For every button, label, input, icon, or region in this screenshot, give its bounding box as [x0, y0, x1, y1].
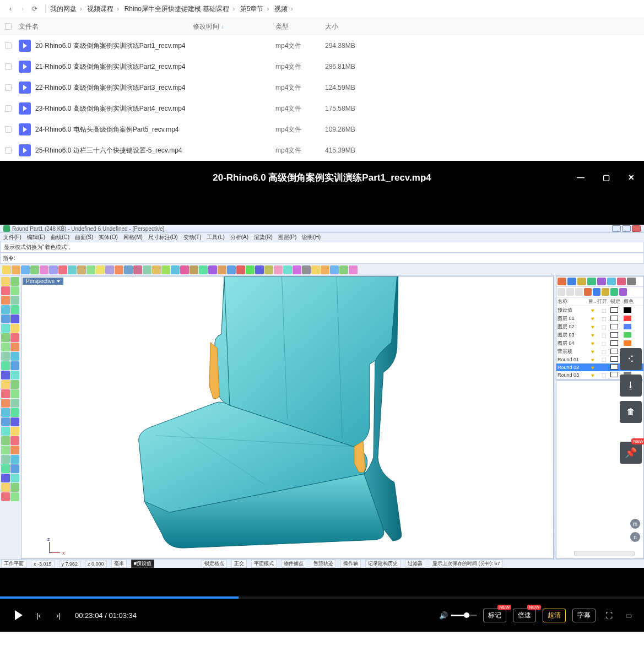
panel-tab-icon[interactable]	[607, 278, 616, 285]
layer-row[interactable]: 图层 01♥⬚	[556, 314, 643, 323]
bulb-icon[interactable]: ♥	[588, 316, 597, 322]
panel-tab-icon[interactable]	[627, 278, 636, 285]
tool-icon[interactable]	[1, 352, 10, 361]
panel-action-icon[interactable]	[602, 288, 609, 296]
quality-button[interactable]: 超清	[543, 609, 566, 622]
toolbar-icon[interactable]	[30, 265, 39, 274]
tool-icon[interactable]	[1, 483, 10, 492]
panel-action-icon[interactable]	[584, 288, 592, 296]
toolbar-icon[interactable]	[86, 265, 95, 274]
fullscreen-button[interactable]: ⛶	[602, 609, 615, 622]
prev-button[interactable]: |‹	[29, 611, 48, 620]
toolbar-icon[interactable]	[227, 265, 236, 274]
lock-icon[interactable]: ⬚	[597, 357, 610, 362]
toolbar-icon[interactable]	[321, 265, 329, 274]
menu-item[interactable]: 变动(T)	[183, 234, 202, 241]
tool-icon[interactable]	[10, 371, 19, 379]
rhino-viewport[interactable]: Perspective	[21, 276, 554, 559]
toolbar-icon[interactable]	[330, 265, 339, 274]
tool-icon[interactable]	[10, 446, 19, 454]
status-toggle[interactable]: 智慧轨迹	[311, 560, 336, 568]
menu-item[interactable]: 分析(A)	[230, 234, 248, 241]
rhino-min-button[interactable]	[612, 225, 621, 232]
bulb-icon[interactable]: ♥	[588, 340, 597, 346]
toolbar-icon[interactable]	[302, 265, 311, 274]
table-row[interactable]: 23-Rhino6.0 高级倒角案例实训演练Part4_recv.mp4mp4文…	[0, 98, 644, 119]
menu-item[interactable]: 尺寸标注(D)	[148, 234, 178, 241]
tool-icon[interactable]	[10, 333, 19, 342]
status-toggle[interactable]: 过滤器	[405, 560, 425, 568]
tool-icon[interactable]	[1, 296, 10, 305]
toolbar-icon[interactable]	[236, 265, 245, 274]
pin-button[interactable]: 📌NEW	[620, 442, 642, 464]
toolbar-icon[interactable]	[115, 265, 123, 274]
status-toggle[interactable]: 显示上次保存的时间 (分钟): 67	[430, 560, 503, 568]
toolbar-icon[interactable]	[49, 265, 58, 274]
layer-row[interactable]: 图层 03♥⬚	[556, 331, 643, 339]
toolbar-icon[interactable]	[311, 265, 320, 274]
tool-icon[interactable]	[10, 399, 19, 408]
menu-item[interactable]: 编辑(E)	[27, 234, 45, 241]
menu-item[interactable]: 曲面(S)	[75, 234, 93, 241]
toolbar-icon[interactable]	[190, 265, 198, 274]
lock-icon[interactable]: ⬚	[597, 365, 610, 370]
menu-item[interactable]: 实体(O)	[99, 234, 117, 241]
progress-bar[interactable]	[0, 596, 644, 599]
panel-tab-icon[interactable]	[577, 278, 586, 285]
toolbar-icon[interactable]	[143, 265, 151, 274]
lock-icon[interactable]: ⬚	[597, 333, 610, 338]
col-type[interactable]: 类型	[275, 22, 325, 31]
maximize-button[interactable]: ▢	[593, 161, 619, 194]
table-row[interactable]: 25-Rhino6.0 边栏三十六个快捷键设置-5_recv.mp4mp4文件4…	[0, 140, 644, 161]
speed-button[interactable]: 倍速NEW	[513, 609, 536, 622]
toolbar-icon[interactable]	[68, 265, 77, 274]
layer-row[interactable]: 图层 04♥⬚	[556, 339, 643, 348]
panel-action-icon[interactable]	[619, 288, 627, 296]
panel-tab-icon[interactable]	[567, 278, 576, 285]
row-checkbox[interactable]	[5, 105, 12, 112]
volume-control[interactable]: 🔊	[439, 611, 477, 620]
tool-icon[interactable]	[1, 333, 10, 342]
panel-action-icon[interactable]	[575, 288, 583, 296]
forward-button[interactable]: ›	[17, 3, 29, 15]
toolbar-icon[interactable]	[274, 265, 283, 274]
layer-row[interactable]: 预设值♥⬚	[556, 306, 643, 314]
table-row[interactable]: 20-Rhino6.0 高级倒角案例实训演练Part1_recv.mp4mp4文…	[0, 35, 644, 56]
toolbar-icon[interactable]	[2, 265, 11, 274]
status-toggle[interactable]: 操作轴	[340, 560, 361, 568]
menu-item[interactable]: 工具(L)	[207, 234, 224, 241]
toolbar-icon[interactable]	[40, 265, 48, 274]
table-row[interactable]: 21-Rhino6.0 高级倒角案例实训演练Part2_recv.mp4mp4文…	[0, 56, 644, 77]
tool-icon[interactable]	[10, 408, 19, 417]
panel-tab-icon[interactable]	[587, 278, 596, 285]
tool-icon[interactable]	[10, 464, 19, 473]
tool-icon[interactable]	[1, 408, 10, 417]
lock-icon[interactable]: ⬚	[597, 349, 610, 355]
tool-icon[interactable]	[1, 314, 10, 323]
table-row[interactable]: 24-Rhino6.0 电钻头高级倒角案例Part5_recv.mp4mp4文件…	[0, 119, 644, 140]
share-button[interactable]: ⠪	[620, 348, 642, 370]
status-toggle[interactable]: 平面模式	[251, 560, 277, 568]
panel-tab-icon[interactable]	[558, 278, 566, 285]
mark-button[interactable]: 标记NEW	[483, 609, 506, 622]
pip-button[interactable]: ▭	[622, 609, 635, 622]
tool-icon[interactable]	[1, 389, 10, 398]
tool-icon[interactable]	[1, 277, 10, 286]
tool-icon[interactable]	[10, 389, 19, 398]
tool-icon[interactable]	[10, 296, 19, 305]
tool-icon[interactable]	[10, 492, 19, 501]
toolbar-icon[interactable]	[293, 265, 301, 274]
tool-icon[interactable]	[10, 343, 19, 351]
toolbar-icon[interactable]	[180, 265, 189, 274]
menu-item[interactable]: 曲线(C)	[51, 234, 69, 241]
table-row[interactable]: 22-Rhino6.0 高级倒角案例实训演练Part3_recv.mp4mp4文…	[0, 77, 644, 98]
panel-action-icon[interactable]	[610, 288, 618, 296]
tool-icon[interactable]	[10, 305, 19, 314]
tool-icon[interactable]	[10, 324, 19, 333]
bulb-icon[interactable]: ♥	[588, 324, 597, 330]
bulb-icon[interactable]: ♥	[588, 365, 597, 371]
col-name[interactable]: 文件名	[17, 22, 193, 31]
next-button[interactable]: ›|	[48, 611, 68, 620]
toolbar-icon[interactable]	[105, 265, 114, 274]
lock-icon[interactable]: ⬚	[597, 324, 610, 330]
